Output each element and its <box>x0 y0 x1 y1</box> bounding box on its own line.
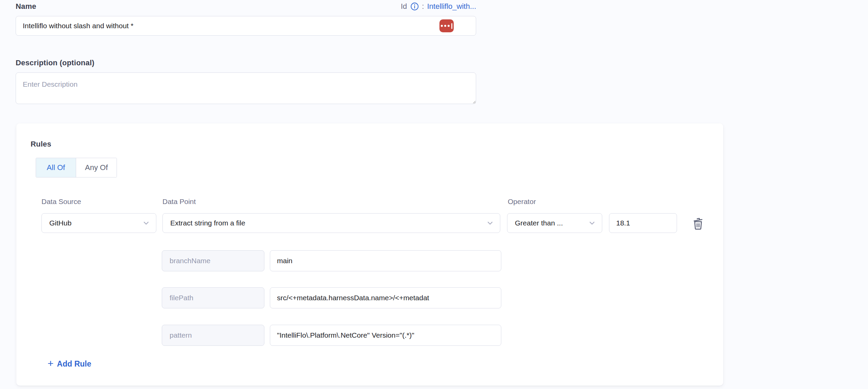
toggle-any-of[interactable]: Any Of <box>76 158 117 177</box>
name-input-wrapper <box>16 16 476 36</box>
operator-select[interactable]: Greater than ... <box>507 213 602 233</box>
param-key-pattern: pattern <box>162 325 264 346</box>
operator-label: Operator <box>508 198 536 206</box>
chevron-down-icon <box>486 219 494 227</box>
match-mode-toggle: All Of Any Of <box>36 158 117 177</box>
id-label: Id <box>401 2 407 11</box>
threshold-input[interactable] <box>609 213 677 233</box>
id-separator: : <box>422 2 424 11</box>
param-key-filepath: filePath <box>162 287 264 308</box>
password-manager-icon[interactable] <box>439 19 454 32</box>
chevron-down-icon <box>142 219 151 227</box>
description-textarea[interactable] <box>16 72 476 104</box>
entity-id-row: Id : Intelliflo_with... <box>401 2 476 11</box>
param-key-branchname: branchName <box>162 250 264 271</box>
rules-title: Rules <box>31 140 51 149</box>
param-value-branchname-input[interactable] <box>270 250 501 271</box>
name-field-header: Name Id : Intelliflo_with... <box>16 2 476 11</box>
chevron-down-icon <box>588 219 596 227</box>
id-value-link[interactable]: Intelliflo_with... <box>427 2 476 11</box>
data-source-label: Data Source <box>41 198 81 206</box>
trash-icon <box>691 216 706 231</box>
toggle-all-of[interactable]: All Of <box>36 158 76 177</box>
name-input[interactable] <box>16 16 476 36</box>
add-rule-label: Add Rule <box>57 359 91 369</box>
rules-card: Rules All Of Any Of Data Source Data Poi… <box>16 123 723 386</box>
param-value-filepath-input[interactable] <box>270 287 501 308</box>
delete-rule-button[interactable] <box>689 215 707 232</box>
param-value-pattern-input[interactable] <box>270 325 501 346</box>
plus-icon: + <box>48 358 54 369</box>
data-source-value: GitHub <box>49 219 71 227</box>
description-label: Description (optional) <box>16 58 94 67</box>
operator-value: Greater than ... <box>515 219 563 227</box>
data-point-value: Extract string from a file <box>170 219 245 227</box>
name-label: Name <box>16 2 36 11</box>
data-source-select[interactable]: GitHub <box>41 213 156 233</box>
data-point-select[interactable]: Extract string from a file <box>162 213 500 233</box>
info-icon[interactable] <box>410 2 419 11</box>
data-point-label: Data Point <box>162 198 196 206</box>
add-rule-button[interactable]: + Add Rule <box>48 359 91 369</box>
